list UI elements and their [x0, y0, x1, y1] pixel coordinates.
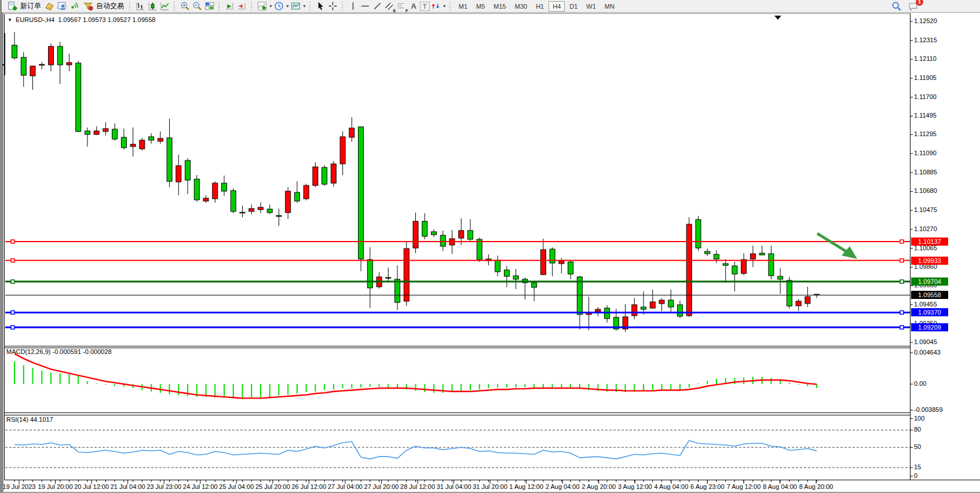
toolbar-separator — [129, 2, 131, 10]
zoom-out-icon[interactable] — [191, 1, 203, 12]
bar-chart-mode-icon[interactable] — [134, 1, 147, 12]
price-axis-tick: 1.11700 — [914, 93, 937, 101]
timeframe-button-M5[interactable]: M5 — [472, 1, 489, 12]
toolbar-separator — [251, 2, 253, 10]
price-axis-tick: 1.12520 — [914, 17, 937, 25]
timeframe-toolbar: M1M5M15M30H1H4D1W1MN — [455, 1, 619, 12]
time-axis-label: 8 Aug 20:00 — [799, 483, 833, 490]
horizontal-line-tool-icon[interactable] — [359, 1, 371, 12]
template-icon[interactable] — [290, 1, 302, 12]
price-axis-tick: 1.11295 — [914, 130, 937, 138]
chart-canvas[interactable] — [2, 0, 980, 493]
crosshair-icon[interactable] — [327, 1, 339, 12]
period-icon[interactable] — [273, 1, 285, 12]
time-axis-label: 6 Aug 23:00 — [690, 483, 725, 490]
template-dropdown-icon[interactable]: ▼ — [302, 4, 306, 8]
time-axis-label: 19 Jul 20:00 — [38, 483, 73, 490]
fibonacci-tool-icon[interactable]: F — [396, 1, 408, 12]
line-chart-mode-icon[interactable] — [159, 1, 171, 12]
auto-trading-icon — [82, 1, 94, 12]
time-axis-label: 2 Aug 20:00 — [582, 483, 616, 490]
rsi-value: 44.1017 — [30, 416, 53, 423]
macd-label: MACD(12,26,9) -0.000591 -0.000028 — [6, 348, 112, 355]
indicators-icon[interactable] — [256, 1, 268, 12]
auto-scroll-icon[interactable] — [224, 1, 236, 12]
macd-axis-tick: 0.004643 — [914, 349, 941, 356]
new-order-button[interactable]: 新订单 — [4, 1, 43, 12]
chart-shift-icon[interactable] — [236, 1, 248, 12]
timeframe-button-D1[interactable]: D1 — [565, 1, 582, 12]
macd-signal-line — [14, 354, 817, 399]
text-tool-icon[interactable]: A — [408, 1, 420, 12]
chart-ohlc-readout: 1.09567 1.09573 1.09527 1.09558 — [58, 16, 155, 23]
time-axis-label: 4 Aug 04:00 — [654, 483, 689, 490]
time-axis-label: 31 Jul 20:00 — [473, 483, 507, 490]
search-icon[interactable] — [890, 1, 902, 12]
price-level-chip: 1.09370 — [911, 308, 948, 316]
price-level-chip: 1.09933 — [911, 257, 948, 265]
accounts-icon[interactable] — [56, 1, 68, 12]
price-axis-tick: 1.11495 — [914, 112, 937, 119]
timeframe-button-H1[interactable]: H1 — [532, 1, 548, 12]
time-axis-label: 3 Aug 12:00 — [618, 483, 652, 490]
text-label-tool-icon[interactable]: T — [420, 2, 430, 11]
timeframe-button-H4[interactable]: H4 — [548, 1, 565, 12]
trendline-tool-icon[interactable] — [371, 1, 383, 12]
time-axis-label: 2 Aug 04:00 — [546, 483, 580, 490]
timeframe-button-M1[interactable]: M1 — [455, 1, 471, 12]
indicators-dropdown-icon[interactable]: ▼ — [269, 4, 273, 8]
timeframe-button-W1[interactable]: W1 — [582, 1, 600, 12]
market-watch-icon[interactable] — [43, 1, 56, 12]
macd-name: MACD(12,26,9) — [6, 348, 50, 355]
time-axis-label: 19 Jul 2023 — [3, 483, 36, 490]
toolbar: 新订单 自动交易 — [2, 0, 980, 13]
candlestick-mode-icon[interactable] — [147, 1, 159, 12]
new-order-icon — [6, 1, 19, 12]
toolbar-separator — [174, 2, 176, 10]
price-level-chip: 1.09704 — [911, 277, 948, 286]
time-axis-label: 25 Jul 20:00 — [255, 483, 290, 490]
toolbar-separator — [449, 2, 452, 10]
time-axis-label: 1 Aug 12:00 — [509, 483, 543, 490]
price-level-chip: 1.09558 — [911, 291, 948, 299]
rsi-axis-tick: 80 — [914, 426, 921, 433]
timeframe-button-MN[interactable]: MN — [601, 1, 619, 12]
rsi-axis-tick: 50 — [914, 443, 921, 451]
vertical-line-tool-icon[interactable] — [347, 1, 359, 12]
chat-icon[interactable]: 1 — [907, 1, 919, 12]
chart-symbol-period: EURUSD-,H4 — [16, 16, 54, 23]
price-axis-tick: 1.09045 — [914, 338, 937, 346]
time-axis-label: 25 Jul 04:00 — [219, 483, 254, 490]
toolbar-right-group: 1 — [890, 1, 919, 12]
notification-badge: 1 — [916, 0, 923, 6]
price-axis-tick: 1.11905 — [914, 74, 937, 82]
equidistant-channel-tool-icon[interactable]: E — [383, 1, 396, 12]
timeframe-button-M30[interactable]: M30 — [511, 1, 531, 12]
macd-axis-tick: -0.003859 — [914, 406, 943, 414]
price-axis-tick: 1.09455 — [914, 301, 937, 308]
time-axis-label: 23 Jul 23:00 — [147, 483, 181, 490]
chart-header: ▼ EURUSD-,H4 1.09567 1.09573 1.09527 1.0… — [8, 16, 155, 23]
price-axis-tick: 1.10885 — [914, 169, 937, 176]
macd-axis-tick: 0.00 — [914, 380, 926, 388]
period-dropdown-icon[interactable]: ▼ — [286, 4, 290, 8]
rsi-axis-tick: 15 — [914, 463, 921, 471]
rsi-label: RSI(14) 44.1017 — [6, 416, 53, 423]
zoom-in-icon[interactable] — [179, 1, 191, 12]
time-axis-label: 8 Aug 04:00 — [763, 483, 797, 490]
price-axis-tick: 1.12110 — [914, 55, 937, 63]
timeframe-button-M15[interactable]: M15 — [489, 1, 510, 12]
symbol-dropdown-icon[interactable]: ▼ — [8, 17, 12, 23]
time-axis-label: 26 Jul 12:00 — [291, 483, 326, 490]
macd-values: -0.000591 -0.000028 — [52, 348, 111, 355]
new-order-label: 新订单 — [20, 1, 41, 11]
cursor-icon[interactable] — [315, 1, 327, 12]
toolbar-separator — [218, 2, 221, 10]
arrows-tool-icon[interactable] — [430, 1, 442, 12]
signal-icon[interactable] — [68, 1, 80, 12]
time-axis-label: 7 Aug 12:00 — [727, 483, 761, 490]
auto-trading-button[interactable]: 自动交易 — [80, 1, 126, 12]
tile-windows-icon[interactable] — [203, 1, 215, 12]
arrows-dropdown-icon[interactable]: ▼ — [443, 4, 447, 8]
time-axis-label: 21 Jul 04:00 — [111, 483, 145, 490]
